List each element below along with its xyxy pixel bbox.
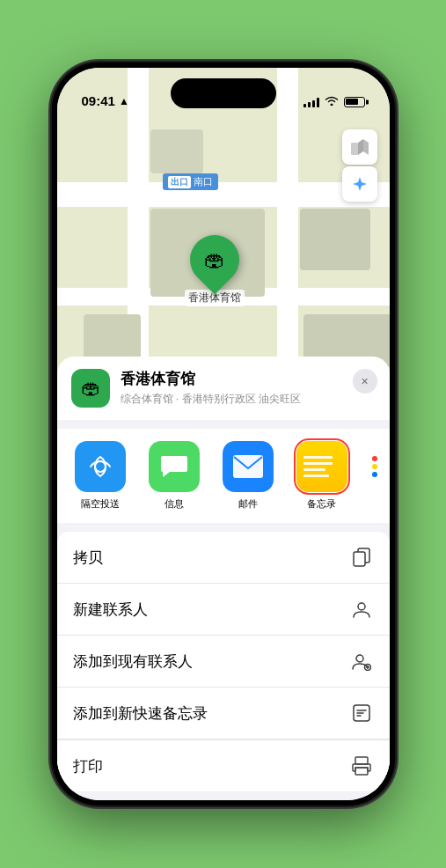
messages-label: 信息 xyxy=(165,497,184,511)
dot-red xyxy=(372,456,377,461)
action-add-existing[interactable]: 添加到现有联系人 xyxy=(57,636,390,688)
svg-rect-4 xyxy=(233,455,263,478)
signal-bars-icon xyxy=(303,97,319,107)
notes-line-4 xyxy=(303,474,329,477)
dynamic-island xyxy=(171,78,276,108)
svg-rect-14 xyxy=(355,768,368,775)
battery-fill xyxy=(346,99,358,105)
action-print-label: 打印 xyxy=(73,756,103,776)
airdrop-label: 隔空投送 xyxy=(81,497,120,511)
map-block-2 xyxy=(300,209,370,270)
messages-icon xyxy=(149,441,200,492)
venue-pin[interactable]: 🏟 香港体育馆 xyxy=(185,235,245,306)
svg-rect-0 xyxy=(351,143,358,155)
wifi-icon xyxy=(325,95,339,108)
venue-info: 香港体育馆 综合体育馆 · 香港特别行政区 油尖旺区 xyxy=(121,369,376,407)
share-app-airdrop[interactable]: 隔空投送 xyxy=(66,441,135,511)
action-add-note-label: 添加到新快速备忘录 xyxy=(73,703,208,724)
action-add-existing-label: 添加到现有联系人 xyxy=(73,651,193,672)
share-app-mail[interactable]: 邮件 xyxy=(214,441,282,511)
map-controls xyxy=(342,129,377,202)
add-note-icon xyxy=(349,701,374,725)
location-indicator: ▲ xyxy=(119,95,129,107)
venue-subtitle: 综合体育馆 · 香港特别行政区 油尖旺区 xyxy=(121,392,376,407)
map-type-button[interactable] xyxy=(342,129,377,165)
action-copy[interactable]: 拷贝 xyxy=(57,532,390,584)
notes-app-icon xyxy=(296,441,347,492)
mail-icon xyxy=(223,441,274,492)
map-exit-label: 出口 南口 xyxy=(163,173,218,190)
phone-screen: 09:41 ▲ xyxy=(57,68,390,800)
bottom-sheet: 🏟 香港体育馆 综合体育馆 · 香港特别行政区 油尖旺区 × xyxy=(57,357,390,800)
battery-icon xyxy=(344,97,365,107)
phone-frame: 09:41 ▲ xyxy=(52,63,395,805)
location-button[interactable] xyxy=(342,166,377,202)
svg-point-8 xyxy=(356,655,363,662)
dot-yellow xyxy=(372,464,377,469)
notes-line-3 xyxy=(303,468,325,471)
airdrop-icon xyxy=(75,441,126,492)
signal-bar-3 xyxy=(312,100,315,107)
map-block-3 xyxy=(150,129,203,173)
venue-icon-emoji: 🏟 xyxy=(81,377,100,400)
venue-icon: 🏟 xyxy=(71,369,110,408)
share-app-messages[interactable]: 信息 xyxy=(140,441,208,511)
svg-marker-1 xyxy=(358,139,363,155)
signal-bar-4 xyxy=(317,98,319,107)
action-new-contact-label: 新建联系人 xyxy=(73,600,148,620)
status-icons xyxy=(303,95,365,108)
action-copy-label: 拷贝 xyxy=(73,548,103,568)
mail-label: 邮件 xyxy=(238,497,258,511)
svg-rect-6 xyxy=(354,552,365,566)
exit-prefix: 出口 xyxy=(168,176,191,188)
map-road-h xyxy=(57,182,390,207)
action-add-note[interactable]: 添加到新快速备忘录 xyxy=(57,688,390,739)
venue-name: 香港体育馆 xyxy=(121,369,376,389)
action-new-contact[interactable]: 新建联系人 xyxy=(57,584,390,636)
notes-line-1 xyxy=(303,456,333,459)
action-list: 拷贝 新建联系人 xyxy=(57,532,390,791)
copy-icon xyxy=(349,545,374,570)
action-print[interactable]: 打印 xyxy=(57,739,390,791)
exit-name: 南口 xyxy=(194,175,213,188)
svg-point-3 xyxy=(95,461,106,472)
notes-line-2 xyxy=(303,462,333,465)
dot-blue xyxy=(372,472,377,477)
venue-header: 🏟 香港体育馆 综合体育馆 · 香港特别行政区 油尖旺区 × xyxy=(57,357,390,420)
add-existing-icon xyxy=(349,649,374,673)
more-apps-dots xyxy=(362,441,388,492)
svg-marker-2 xyxy=(363,139,369,155)
print-icon xyxy=(349,754,374,778)
signal-bar-2 xyxy=(308,102,311,107)
svg-rect-13 xyxy=(355,757,368,764)
svg-point-7 xyxy=(358,603,365,610)
signal-bar-1 xyxy=(303,104,306,107)
pin-icon: 🏟 xyxy=(204,247,225,272)
notes-label: 备忘录 xyxy=(307,497,336,511)
new-contact-icon xyxy=(349,597,374,622)
share-app-notes[interactable]: 备忘录 xyxy=(288,441,356,511)
share-row: 隔空投送 信息 xyxy=(57,429,390,523)
share-app-more[interactable] xyxy=(362,441,388,497)
status-time: 09:41 xyxy=(82,93,115,108)
pin-bubble: 🏟 xyxy=(179,224,249,294)
close-button[interactable]: × xyxy=(353,369,377,394)
